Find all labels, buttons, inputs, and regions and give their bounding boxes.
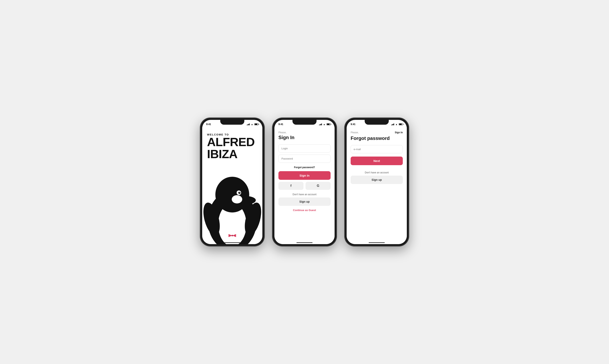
signin-nav-link[interactable]: Sign In	[395, 131, 403, 134]
app-showcase: 9:41 ▲ WE	[200, 118, 409, 246]
time-3: 9:41	[351, 123, 355, 126]
signal-icon-3	[391, 123, 394, 125]
time-1: 9:41	[206, 123, 211, 126]
phone-3: 9:41 ▲ Pl	[345, 118, 409, 246]
no-account-label-3: Don't have an account	[351, 171, 403, 174]
svg-point-2	[216, 177, 249, 212]
no-account-label: Don't have an account	[278, 193, 331, 196]
notch-2	[292, 120, 317, 125]
wifi-icon-3: ▲	[395, 123, 398, 126]
forgot-subtitle: Please,	[351, 131, 359, 134]
battery-icon	[254, 123, 258, 125]
forgot-screen: Please, Sign In Forgot password Next Don…	[347, 127, 407, 244]
signal-icon-2	[319, 123, 322, 125]
signin-title: Sign In	[278, 135, 331, 140]
signup-button[interactable]: Sign up	[278, 197, 331, 206]
social-buttons: f G	[278, 182, 331, 190]
forgot-header: Please, Sign In	[351, 131, 403, 135]
svg-point-10	[231, 235, 233, 236]
email-input[interactable]	[351, 145, 403, 153]
wifi-icon-2: ▲	[323, 123, 325, 126]
wifi-icon: ▲	[251, 123, 253, 126]
facebook-button[interactable]: f	[278, 182, 303, 190]
notch-1	[220, 120, 244, 125]
app-name-alfred: ALFRED	[207, 136, 255, 148]
home-indicator-2	[297, 242, 312, 243]
notch-3	[365, 120, 389, 125]
app-name-ibiza: IBIZA	[207, 148, 255, 160]
password-input[interactable]	[278, 155, 331, 163]
splash-screen: WELCOME TO ALFRED IBIZA	[202, 127, 262, 244]
forgot-password-link[interactable]: Forgot password?	[278, 166, 331, 169]
status-icons-1: ▲	[247, 123, 258, 126]
time-2: 9:41	[278, 123, 283, 126]
forgot-title: Forgot password	[351, 135, 403, 141]
penguin-illustration	[202, 156, 262, 244]
svg-point-5	[238, 192, 241, 194]
next-button[interactable]: Next	[351, 156, 403, 165]
battery-icon-2	[326, 123, 331, 125]
signin-button[interactable]: Sign in	[278, 171, 331, 180]
svg-point-7	[232, 195, 242, 203]
svg-point-6	[240, 192, 240, 193]
guest-link[interactable]: Continue as Guest	[278, 209, 331, 212]
status-icons-2: ▲	[319, 123, 331, 126]
signin-screen: Please, Sign In Forgot password? Sign in…	[274, 127, 335, 244]
signup-button-3[interactable]: Sign up	[351, 176, 403, 184]
phone-2: 9:41 ▲ Please,	[272, 118, 337, 246]
signin-subtitle: Please,	[278, 131, 331, 134]
status-icons-3: ▲	[391, 123, 403, 126]
home-indicator-1	[224, 242, 240, 243]
login-input[interactable]	[278, 144, 331, 153]
battery-icon-3	[399, 123, 403, 125]
splash-text: WELCOME TO ALFRED IBIZA	[207, 133, 255, 160]
home-indicator-3	[369, 242, 385, 243]
google-button[interactable]: G	[306, 182, 331, 190]
signal-icon	[247, 123, 250, 125]
phone-1: 9:41 ▲ WE	[200, 118, 264, 246]
